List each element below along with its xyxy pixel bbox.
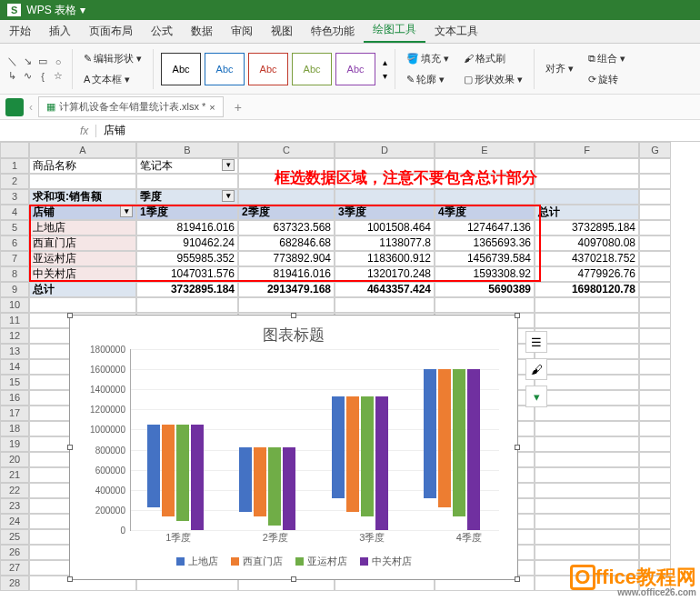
cell[interactable]: 682846.68	[238, 235, 335, 251]
cell[interactable]	[639, 174, 671, 189]
row-header[interactable]: 10	[0, 297, 29, 313]
cell[interactable]: 商品名称	[29, 158, 136, 174]
cell[interactable]: 5690389	[435, 282, 535, 297]
cell[interactable]: 4370218.752	[535, 251, 639, 266]
menu-tab-5[interactable]: 审阅	[222, 20, 262, 43]
chart-bar[interactable]	[453, 369, 465, 516]
cell[interactable]	[639, 467, 671, 483]
cell[interactable]: 上地店	[29, 220, 136, 235]
cell[interactable]	[639, 514, 671, 529]
chart-object[interactable]: 图表标题 02000004000006000008000001000000120…	[69, 315, 518, 580]
row-header[interactable]: 6	[0, 235, 29, 251]
cell[interactable]: 3732895.184	[535, 220, 639, 235]
col-header-d[interactable]: D	[335, 142, 435, 158]
cell[interactable]	[639, 158, 671, 174]
cell[interactable]: 1183600.912	[335, 251, 435, 266]
cell[interactable]	[639, 344, 671, 359]
spreadsheet-grid[interactable]: A B C D E F G 1商品名称笔记本▾23求和项:销售额季度▾4店铺▾1…	[0, 142, 700, 591]
chart-bar[interactable]	[162, 425, 175, 516]
cell[interactable]: 1320170.248	[335, 266, 435, 282]
cell[interactable]: 1456739.584	[435, 251, 535, 266]
row-header[interactable]: 17	[0, 406, 29, 421]
cell[interactable]	[535, 313, 639, 328]
cell[interactable]: 4097080.08	[535, 235, 639, 251]
cell[interactable]	[535, 498, 639, 514]
row-header[interactable]: 25	[0, 529, 29, 545]
app-menu-dropdown[interactable]: ▾	[80, 4, 85, 16]
gallery-up-icon[interactable]: ▴	[383, 57, 387, 67]
row-header[interactable]: 5	[0, 220, 29, 235]
cell[interactable]: 1365693.36	[435, 235, 535, 251]
cell[interactable]	[535, 545, 639, 560]
style-preset-4[interactable]: Abc	[292, 53, 332, 85]
cell[interactable]: 季度▾	[136, 189, 238, 205]
row-header[interactable]: 28	[0, 576, 29, 591]
row-header[interactable]: 22	[0, 483, 29, 498]
row-header[interactable]: 3	[0, 189, 29, 205]
cell[interactable]	[535, 174, 639, 189]
chart-bar[interactable]	[283, 447, 295, 530]
cell[interactable]	[639, 266, 671, 282]
style-preset-3[interactable]: Abc	[248, 53, 288, 85]
cell[interactable]	[639, 421, 671, 436]
filter-dropdown-icon[interactable]: ▾	[120, 205, 133, 217]
fx-label[interactable]: fx	[73, 125, 96, 137]
cell[interactable]: 1047031.576	[136, 266, 238, 282]
style-preset-1[interactable]: Abc	[161, 53, 201, 85]
cell[interactable]	[639, 205, 671, 220]
row-header[interactable]: 14	[0, 359, 29, 375]
chart-bar[interactable]	[176, 425, 189, 521]
col-header-e[interactable]: E	[435, 142, 535, 158]
row-header[interactable]: 26	[0, 545, 29, 560]
menu-tab-3[interactable]: 公式	[142, 20, 182, 43]
cell[interactable]	[535, 436, 639, 452]
chart-bar[interactable]	[375, 396, 388, 530]
menu-tab-2[interactable]: 页面布局	[80, 20, 142, 43]
row-header[interactable]: 8	[0, 266, 29, 282]
menu-tab-9[interactable]: 文本工具	[425, 20, 487, 43]
chart-bar[interactable]	[467, 369, 480, 530]
chart-filter-button[interactable]: ▾	[525, 386, 547, 407]
cell[interactable]	[639, 452, 671, 467]
cell[interactable]: 1季度	[136, 205, 238, 220]
chart-elements-button[interactable]: ☰	[525, 331, 547, 353]
cell[interactable]	[639, 483, 671, 498]
row-header[interactable]: 11	[0, 313, 29, 328]
row-header[interactable]: 15	[0, 375, 29, 390]
cell[interactable]	[29, 174, 136, 189]
text-box-button[interactable]: A文本框 ▾	[80, 71, 145, 88]
chart-bar[interactable]	[346, 396, 359, 511]
style-preset-5[interactable]: Abc	[335, 53, 375, 85]
row-header[interactable]: 21	[0, 467, 29, 483]
cell[interactable]	[639, 375, 671, 390]
chart-title[interactable]: 图表标题	[70, 316, 517, 349]
cell[interactable]	[639, 436, 671, 452]
cell[interactable]: 16980120.78	[535, 282, 639, 297]
menu-tab-0[interactable]: 开始	[0, 20, 40, 43]
formula-input[interactable]: 店铺	[96, 123, 133, 138]
cell[interactable]	[335, 297, 435, 313]
home-icon[interactable]	[5, 98, 24, 116]
chevron-left-icon[interactable]: ‹	[29, 101, 33, 114]
cell[interactable]: 955985.352	[136, 251, 238, 266]
row-header[interactable]: 9	[0, 282, 29, 297]
cell[interactable]: 店铺▾	[29, 205, 136, 220]
cell[interactable]	[535, 483, 639, 498]
cell[interactable]	[639, 313, 671, 328]
row-header[interactable]: 4	[0, 205, 29, 220]
menu-tab-8[interactable]: 绘图工具	[364, 18, 425, 43]
cell[interactable]: 773892.904	[238, 251, 335, 266]
select-all-corner[interactable]	[0, 142, 29, 158]
cell[interactable]	[639, 328, 671, 344]
menu-tab-4[interactable]: 数据	[182, 20, 222, 43]
shape-effect-button[interactable]: ▢形状效果 ▾	[460, 71, 526, 88]
cell[interactable]	[535, 529, 639, 545]
row-header[interactable]: 20	[0, 452, 29, 467]
chart-plot-area[interactable]: 0200000400000600000800000100000012000001…	[130, 349, 499, 531]
cell[interactable]: 4643357.424	[335, 282, 435, 297]
cell[interactable]	[136, 174, 238, 189]
cell[interactable]	[535, 514, 639, 529]
cell[interactable]: 3季度	[335, 205, 435, 220]
row-header[interactable]: 12	[0, 328, 29, 344]
chart-bar[interactable]	[268, 447, 281, 526]
